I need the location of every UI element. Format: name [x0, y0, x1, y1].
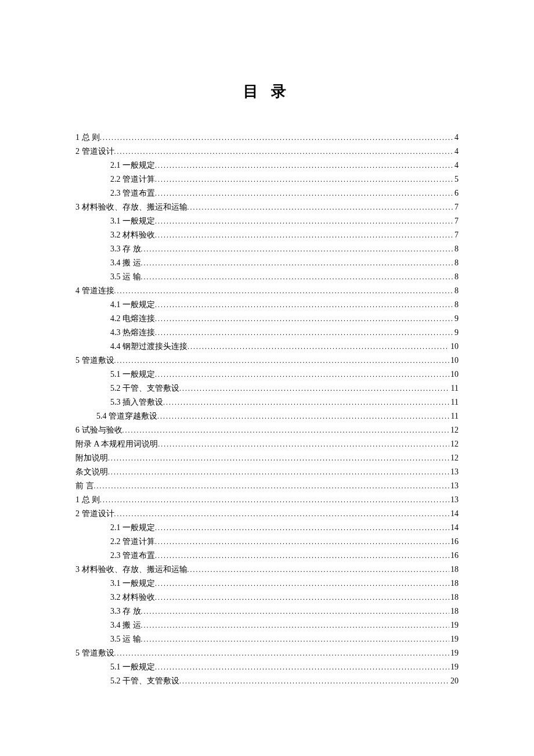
toc-entry-label: 3.4 搬 运	[110, 256, 141, 270]
toc-leader-dots	[158, 437, 449, 451]
toc-entry-label: 2.1 一般规定	[110, 521, 155, 535]
toc-entry-label: 5.3 插入管敷设	[110, 395, 163, 409]
toc-entry: 4.3 热熔连接9	[75, 326, 459, 340]
toc-entry: 3.3 存 放8	[75, 242, 459, 256]
toc-entry: 3.1 一般规定7	[75, 214, 459, 228]
toc-leader-dots	[155, 186, 453, 200]
toc-entry-label: 5.1 一般规定	[110, 368, 155, 381]
toc-leader-dots	[108, 451, 449, 465]
toc-leader-dots	[94, 479, 450, 493]
toc-entry-page: 4	[453, 131, 459, 145]
toc-entry-label: 3.2 材料验收	[110, 228, 155, 242]
toc-entry: 5.1 一般规定19	[75, 660, 459, 674]
toc-entry-label: 5.2 干管、支管敷设	[110, 674, 179, 688]
toc-entry-label: 4.3 热熔连接	[110, 326, 155, 340]
toc-leader-dots	[114, 354, 450, 368]
toc-entry: 前 言13	[75, 479, 459, 493]
toc-entry-page: 6	[453, 186, 459, 200]
toc-leader-dots	[114, 507, 450, 521]
toc-entry: 5.2 干管、支管敷设20	[75, 674, 459, 688]
toc-entry-page: 9	[453, 326, 459, 340]
toc-entry-label: 5 管道敷设	[75, 354, 114, 368]
toc-entry-page: 5	[453, 172, 459, 186]
toc-leader-dots	[114, 145, 454, 159]
toc-entry: 5.4 管道穿越敷设11	[75, 409, 459, 423]
toc-entry-page: 11	[450, 395, 459, 409]
toc-entry-page: 20	[449, 674, 459, 688]
toc-entry-label: 2.2 管道计算	[110, 535, 155, 549]
toc-entry: 3.5 运 输19	[75, 632, 459, 646]
toc-entry-label: 条文说明	[75, 465, 108, 479]
toc-entry-page: 10	[449, 340, 459, 354]
toc-entry-label: 5.2 干管、支管敷设	[110, 381, 179, 395]
toc-entry-label: 5 管道敷设	[75, 646, 114, 660]
toc-entry-label: 4.1 一般规定	[110, 298, 155, 312]
toc-entry-label: 3.2 材料验收	[110, 591, 155, 604]
toc-entry: 4.1 一般规定8	[75, 298, 459, 312]
toc-leader-dots	[108, 465, 449, 479]
toc-entry-page: 14	[449, 521, 459, 535]
toc-leader-dots	[141, 242, 454, 256]
toc-leader-dots	[141, 632, 450, 646]
toc-entry-page: 4	[453, 145, 459, 159]
toc-leader-dots	[155, 228, 453, 242]
toc-leader-dots	[141, 618, 450, 632]
toc-entry: 附加说明12	[75, 451, 459, 465]
toc-leader-dots	[179, 381, 450, 395]
toc-entry: 条文说明13	[75, 465, 459, 479]
toc-entry: 3.2 材料验收7	[75, 228, 459, 242]
toc-entry: 5 管道敷设19	[75, 646, 459, 660]
toc-entry-label: 6 试验与验收	[75, 423, 122, 437]
toc-entry-page: 13	[449, 479, 459, 493]
toc-entry-page: 13	[449, 465, 459, 479]
toc-entry-page: 10	[449, 368, 459, 381]
toc-entry: 4.2 电熔连接9	[75, 312, 459, 326]
toc-title: 目 录	[75, 81, 459, 102]
toc-entry-page: 8	[453, 270, 459, 284]
toc-entry: 3.2 材料验收18	[75, 591, 459, 604]
toc-leader-dots	[155, 368, 449, 381]
toc-entry-label: 4.2 电熔连接	[110, 312, 155, 326]
toc-entry-label: 前 言	[75, 479, 94, 493]
toc-leader-dots	[157, 409, 450, 423]
toc-entry: 2 管道设计4	[75, 145, 459, 159]
toc-leader-dots	[155, 214, 453, 228]
toc-entry-label: 2 管道设计	[75, 507, 114, 521]
toc-entry: 2.1 一般规定4	[75, 159, 459, 172]
toc-entry-label: 3.3 存 放	[110, 604, 141, 618]
toc-leader-dots	[141, 270, 454, 284]
toc-leader-dots	[141, 604, 450, 618]
toc-entry-page: 11	[450, 381, 459, 395]
toc-leader-dots	[155, 326, 453, 340]
toc-entry: 4 管道连接8	[75, 284, 459, 298]
toc-entry: 5.3 插入管敷设11	[75, 395, 459, 409]
toc-leader-dots	[155, 172, 453, 186]
toc-entry-page: 13	[449, 493, 459, 507]
toc-leader-dots	[187, 200, 454, 214]
toc-entry: 5.2 干管、支管敷设11	[75, 381, 459, 395]
toc-entry-label: 1 总 则	[75, 131, 100, 145]
toc-entry-label: 2 管道设计	[75, 145, 114, 159]
toc-entry-page: 8	[453, 298, 459, 312]
toc-entry-label: 5.1 一般规定	[110, 660, 155, 674]
toc-entry: 1 总 则4	[75, 131, 459, 145]
toc-leader-dots	[187, 340, 449, 354]
toc-entry: 2.3 管道布置6	[75, 186, 459, 200]
toc-entry: 3.3 存 放18	[75, 604, 459, 618]
toc-entry-page: 18	[449, 577, 459, 591]
toc-entry: 2.2 管道计算5	[75, 172, 459, 186]
toc-entry-page: 12	[449, 423, 459, 437]
toc-entry-label: 4.4 钢塑过渡接头连接	[110, 340, 187, 354]
toc-entry-page: 12	[449, 451, 459, 465]
toc-leader-dots	[187, 563, 450, 577]
toc-entry-label: 2.3 管道布置	[110, 186, 155, 200]
toc-entry-page: 11	[450, 409, 459, 423]
toc-entry-label: 2.3 管道布置	[110, 549, 155, 563]
toc-leader-dots	[155, 312, 453, 326]
toc-entry-page: 16	[449, 549, 459, 563]
toc-entry-label: 3.5 运 输	[110, 632, 141, 646]
toc-entry-label: 4 管道连接	[75, 284, 114, 298]
toc-entry-page: 4	[453, 159, 459, 172]
toc-leader-dots	[155, 591, 449, 604]
toc-entry-label: 3.5 运 输	[110, 270, 141, 284]
